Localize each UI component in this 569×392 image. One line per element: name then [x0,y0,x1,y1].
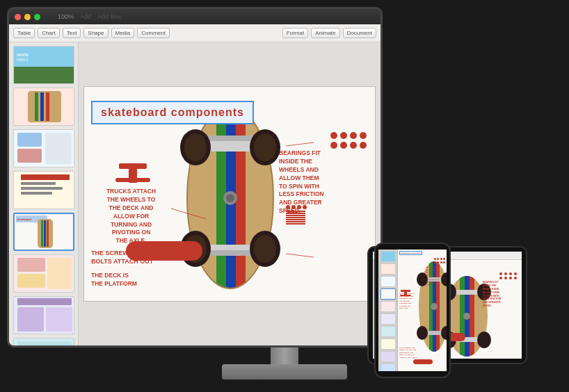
svg-rect-17 [21,192,52,195]
svg-point-74 [463,313,470,320]
svg-point-73 [477,332,491,348]
phone-thumb-6[interactable] [380,313,396,325]
app-toolbar: Table Chart Text Shape Media Comment For… [9,24,380,42]
slide-thumb-7[interactable] [13,296,74,334]
svg-point-56 [254,235,276,263]
bearing-dot [330,142,337,149]
svg-rect-23 [44,220,46,247]
monitor-screen: SKATE PARKS [9,42,380,345]
tablet-dot [509,272,512,275]
bearing-dot [350,142,357,149]
phone-device: skateboard components [374,243,451,378]
phone-slide-title: skateboard components [399,251,422,255]
main-slide: skateboard components TRUCKS ATTACH THE … [83,86,376,302]
svg-point-87 [417,326,428,340]
presentation-area: skateboard components TRUCKS ATTACH THE … [79,42,380,345]
bearing-dot [360,132,367,139]
svg-rect-24 [47,220,49,247]
monitor: 100% Add Add Box Table Chart Text Shape … [7,7,383,348]
screw-line [286,211,305,212]
svg-point-48 [184,133,207,161]
skateboard-illustration [154,97,307,299]
svg-rect-7 [40,92,44,121]
toolbar-format-btn[interactable]: Format [282,28,308,38]
tablet-dot [504,277,507,279]
tablet-dot [499,272,502,275]
phone-screen: skateboard components [378,250,447,371]
slide-thumb-4[interactable] [13,171,74,209]
deck-oval-icon [126,241,202,261]
phone-thumb-7[interactable] [380,326,396,337]
screw-dot [291,205,296,209]
slide-thumb-3[interactable] [13,129,74,168]
svg-rect-36 [119,163,147,169]
toolbar-add-box[interactable]: Add Box [97,13,121,20]
svg-rect-28 [47,258,72,289]
slide-title: skateboard components [91,101,254,124]
phone-screws-text: THE SCREWS ANDBOLTS ATTACH THETRUCKS TO … [399,347,418,359]
screw-line [286,223,305,224]
minimize-button[interactable] [24,14,31,20]
slide-thumb-2[interactable] [13,88,74,126]
toolbar-animate-btn[interactable]: Animate [311,28,339,38]
phone-slides-panel[interactable] [378,250,398,371]
screw-line [286,221,305,222]
phone-thumb-2[interactable] [380,263,396,275]
phone-thumb-4[interactable] [380,288,396,300]
phone-thumb-1[interactable] [380,251,396,262]
zoom-level: 100% [58,13,74,20]
phone-bearings-dots [434,258,446,263]
tablet-bearings-dots [499,272,518,279]
svg-rect-10 [17,133,42,147]
toolbar-chart-btn[interactable]: Chart [38,28,60,38]
slide-thumb-8[interactable]: TIMELINE [13,338,74,345]
slide-thumb-1[interactable]: SKATE PARKS [13,46,74,84]
toolbar-media-btn[interactable]: Media [111,28,135,38]
svg-rect-11 [17,149,42,163]
bearing-dot [350,132,357,139]
toolbar-document-btn[interactable]: Document [343,28,376,38]
tablet-dot [514,277,517,279]
screw-line [286,215,305,216]
svg-rect-27 [17,274,45,288]
svg-text:PARKS: PARKS [17,58,29,62]
tablet-bearings-text: BEARING FITINSIDE THEWHEELS ANDALLOW THE… [483,281,519,308]
slide-thumb-6[interactable] [13,254,74,293]
screws-icon [286,205,307,224]
svg-rect-31 [17,307,44,332]
phone-thumb-5[interactable] [380,301,396,312]
svg-rect-30 [17,298,72,305]
bearings-icon [330,132,367,149]
slide-thumb-5[interactable]: skateboard [13,213,74,251]
bearing-dot [340,132,347,139]
svg-rect-34 [17,341,72,345]
phone-thumb-3[interactable] [380,276,396,287]
svg-point-58 [226,194,234,202]
phone-thumb-8[interactable] [380,338,396,350]
fullscreen-button[interactable] [34,14,40,20]
toolbar-comment-btn[interactable]: Comment [137,28,170,38]
svg-rect-67 [470,271,474,359]
svg-rect-26 [17,258,45,272]
toolbar-table-btn[interactable]: Table [13,28,35,38]
phone-thumb-9[interactable] [380,351,396,362]
bearing-dot [330,132,337,139]
svg-rect-12 [45,133,72,164]
toolbar-text-btn[interactable]: Text [63,28,81,38]
deck-description: THE DECK IS THE PLATFORM [91,272,137,288]
svg-rect-16 [21,187,63,190]
tablet-dot [499,277,502,279]
bearing-dot [340,142,347,149]
phone-thumb-10[interactable] [380,364,396,371]
toolbar-shape-btn[interactable]: Shape [83,28,108,38]
bearing-dots-row1 [330,132,367,139]
slides-panel[interactable]: SKATE PARKS [9,42,79,345]
close-button[interactable] [15,14,21,20]
tablet-dot [514,272,517,275]
svg-rect-22 [41,220,43,247]
phone-main-area: skateboard components [398,250,447,371]
toolbar-add[interactable]: Add [80,13,91,20]
bearing-dots-row2 [330,142,367,149]
svg-rect-43 [236,97,246,299]
screw-dot [303,205,307,209]
